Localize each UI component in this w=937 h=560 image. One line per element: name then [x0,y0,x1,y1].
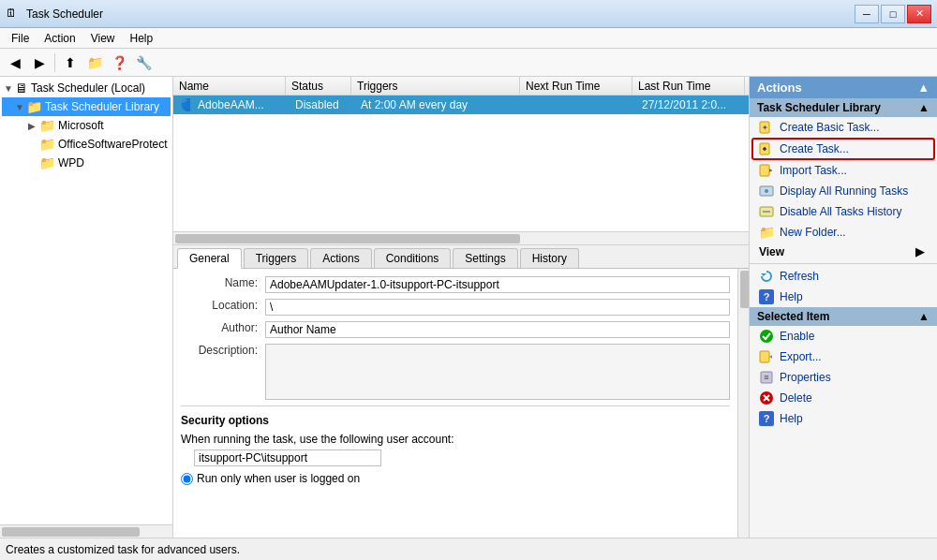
action-delete-label: Delete [780,391,812,405]
actions-header: Actions ▲ [750,77,937,98]
tree-item-scheduler-local[interactable]: ▼ 🖥 Task Scheduler (Local) [2,79,171,97]
right-panel: Actions ▲ Task Scheduler Library ▲ ✦ Cre… [750,77,937,538]
tree-item-microsoft[interactable]: ▶ 📁 Microsoft [2,116,171,135]
svg-rect-16 [760,351,769,362]
maximize-button[interactable]: □ [881,5,905,23]
close-button[interactable]: ✕ [907,5,931,23]
status-bar: Creates a customized task for advanced u… [0,538,937,560]
disable-history-icon [759,204,774,219]
task-list-header: Name Status Triggers Next Run Time Last … [173,77,749,96]
app-icon: 🗓 [6,7,21,22]
left-panel: ▼ 🖥 Task Scheduler (Local) ▼ 📁 Task Sche… [0,77,173,538]
action-create-task[interactable]: Create Task... [750,138,937,160]
menu-bar: File Action View Help [0,28,937,49]
back-button[interactable]: ◀ [4,52,26,74]
section-header-selected: Selected Item ▲ [750,307,937,326]
security-section: Security options When running the task, … [181,405,730,485]
section-collapse-selected-icon[interactable]: ▲ [918,310,930,323]
detail-author-row: Author: [181,321,730,338]
detail-description-textarea[interactable] [265,344,730,400]
action-disable-history[interactable]: Disable All Tasks History [750,201,937,222]
action-display-running[interactable]: Display All Running Tasks [750,181,937,201]
action-properties[interactable]: ≡ Properties [750,367,937,388]
action-help-selected-label: Help [780,412,803,425]
action-export-label: Export... [780,350,822,363]
action-enable[interactable]: Enable [750,326,937,346]
detail-location-input[interactable] [265,299,730,316]
task-row-triggers: At 2:00 AM every day [355,97,524,112]
detail-author-input[interactable] [265,321,730,338]
col-header-next[interactable]: Next Run Time [520,77,632,95]
export-icon [759,349,774,364]
task-list-hscroll[interactable] [173,231,749,244]
tree-item-library[interactable]: ▼ 📁 Task Scheduler Library [2,97,171,116]
radio-logged-on-input[interactable] [181,473,193,485]
action-delete[interactable]: Delete [750,388,937,408]
section-header-selected-label: Selected Item [757,310,829,323]
menu-action[interactable]: Action [37,28,82,48]
title-bar: 🗓 Task Scheduler ─ □ ✕ [0,0,937,28]
tree-icon-library: 📁 [26,99,42,114]
title-bar-buttons: ─ □ ✕ [855,5,931,23]
left-panel-hscroll[interactable] [0,524,172,538]
svg-point-9 [765,189,768,193]
svg-marker-12 [761,273,766,276]
action-help-selected[interactable]: ? Help [750,408,937,429]
detail-scrollbar[interactable] [737,269,749,538]
tree-view: ▼ 🖥 Task Scheduler (Local) ▼ 📁 Task Sche… [0,77,172,524]
action-help-main[interactable]: ? Help [750,287,937,307]
help-selected-icon: ? [759,411,774,426]
tab-actions[interactable]: Actions [310,248,371,268]
folder-button[interactable]: 📁 [83,52,106,74]
help-toolbar-button[interactable]: ❓ [108,52,130,74]
tab-triggers[interactable]: Triggers [244,248,309,268]
task-list: Name Status Triggers Next Run Time Last … [173,77,749,245]
tab-history[interactable]: History [520,248,579,268]
new-folder-icon: 📁 [759,225,774,240]
up-button[interactable]: ⬆ [59,52,82,74]
forward-button[interactable]: ▶ [28,52,51,74]
title-bar-text: Task Scheduler [26,7,855,21]
action-refresh[interactable]: Refresh [750,266,937,287]
tree-label-microsoft: Microsoft [58,119,104,132]
center-panel: Name Status Triggers Next Run Time Last … [173,77,750,538]
task-row[interactable]: 🔵 AdobeAAM... Disabled At 2:00 AM every … [173,96,749,114]
col-header-triggers[interactable]: Triggers [351,77,520,95]
task-row-next [524,104,636,106]
menu-help[interactable]: Help [123,28,161,48]
col-header-last[interactable]: Last Run Time [632,77,745,95]
minimize-button[interactable]: ─ [855,5,879,23]
col-header-name[interactable]: Name [173,77,286,95]
settings-toolbar-button[interactable]: 🔧 [132,52,155,74]
security-user-input[interactable] [194,449,381,466]
menu-view[interactable]: View [83,28,123,48]
radio-logged-on[interactable]: Run only when user is logged on [181,472,730,485]
properties-icon: ≡ [759,370,774,385]
detail-name-input[interactable] [265,276,730,293]
menu-file[interactable]: File [4,28,37,48]
detail-location-label: Location: [181,299,265,316]
actions-header-label: Actions [757,81,802,95]
toolbar: ◀ ▶ ⬆ 📁 ❓ 🔧 [0,49,937,77]
tab-settings[interactable]: Settings [453,248,517,268]
action-create-task-label: Create Task... [780,142,849,155]
main-layout: ▼ 🖥 Task Scheduler (Local) ▼ 📁 Task Sche… [0,77,937,538]
tree-icon-office: 📁 [39,137,55,152]
col-header-status[interactable]: Status [286,77,351,95]
svg-text:?: ? [764,413,770,424]
security-text: When running the task, use the following… [181,433,730,446]
actions-collapse-icon[interactable]: ▲ [917,81,930,95]
task-scroll-area: 🔵 AdobeAAM... Disabled At 2:00 AM every … [173,96,749,231]
detail-location-row: Location: [181,299,730,316]
action-new-folder[interactable]: 📁 New Folder... [750,222,937,243]
section-collapse-library-icon[interactable]: ▲ [918,101,930,114]
tab-general[interactable]: General [177,248,242,269]
tree-item-office[interactable]: 📁 OfficeSoftwareProtect [2,135,171,154]
detail-description-row: Description: [181,344,730,400]
detail-panel: General Triggers Actions Conditions Sett… [173,245,749,538]
action-export[interactable]: Export... [750,346,937,367]
action-import-task[interactable]: Import Task... [750,160,937,181]
tab-conditions[interactable]: Conditions [374,248,452,268]
action-create-basic[interactable]: ✦ Create Basic Task... [750,117,937,138]
tree-item-wpd[interactable]: 📁 WPD [2,154,171,172]
